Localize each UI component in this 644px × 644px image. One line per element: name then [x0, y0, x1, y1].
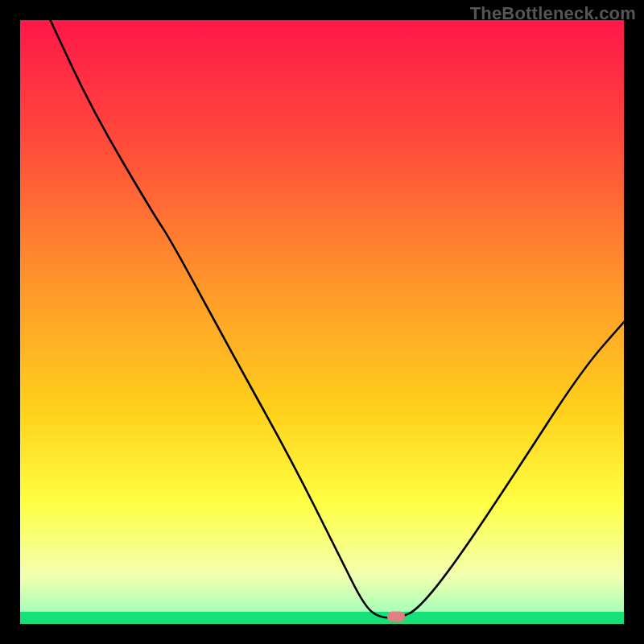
bottleneck-curve: [51, 20, 625, 618]
plot-area: [20, 20, 624, 624]
chart-stage: TheBottleneck.com: [0, 0, 644, 644]
curve-layer: [20, 20, 624, 624]
minimum-marker: [387, 612, 405, 622]
